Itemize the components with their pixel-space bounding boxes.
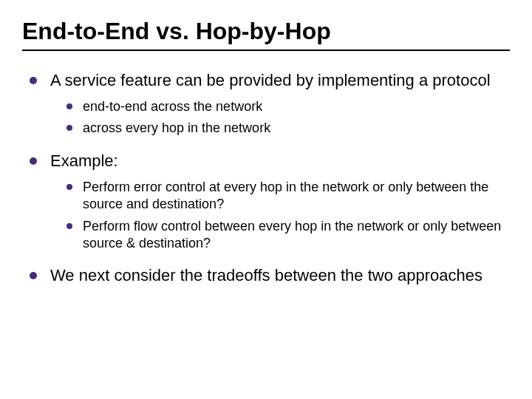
list-item: Example: Perform error control at every … — [25, 151, 510, 253]
list-item: end-to-end across the network — [64, 98, 510, 115]
sub-list: end-to-end across the network across eve… — [50, 98, 510, 137]
slide-title: End-to-End vs. Hop-by-Hop — [22, 18, 510, 45]
list-item: Perform error control at every hop in th… — [64, 179, 510, 214]
slide: End-to-End vs. Hop-by-Hop A service feat… — [0, 0, 532, 399]
title-rule — [22, 50, 510, 51]
list-item: We next consider the tradeoffs between t… — [25, 265, 510, 286]
list-item: Perform flow control between every hop i… — [64, 218, 510, 253]
bullet-text: across every hop in the network — [83, 120, 270, 135]
bullet-text: Perform error control at every hop in th… — [83, 180, 488, 211]
bullet-list: A service feature can be provided by imp… — [22, 70, 510, 287]
list-item: A service feature can be provided by imp… — [25, 70, 510, 137]
bullet-text: We next consider the tradeoffs between t… — [50, 266, 482, 284]
sub-list: Perform error control at every hop in th… — [50, 179, 510, 253]
list-item: across every hop in the network — [64, 120, 510, 137]
bullet-text: A service feature can be provided by imp… — [50, 71, 491, 89]
bullet-text: Perform flow control between every hop i… — [83, 219, 501, 250]
bullet-text: Example: — [50, 151, 118, 170]
bullet-text: end-to-end across the network — [83, 99, 262, 114]
